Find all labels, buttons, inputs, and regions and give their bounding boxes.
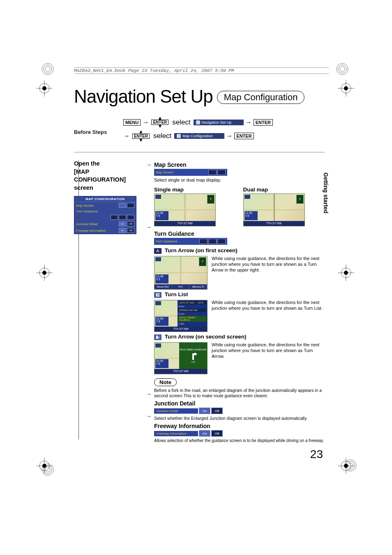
on-button[interactable]: On	[199, 430, 210, 437]
option-icon[interactable]	[208, 239, 217, 244]
left-heading: Open the	[74, 160, 154, 168]
svg-point-11	[42, 271, 46, 275]
svg-rect-39	[158, 296, 159, 297]
menu-key: MENU	[123, 119, 141, 126]
nav-setup-chip: Navigation Set Up	[194, 120, 244, 125]
panel-title: MAP CONFIGURATION	[74, 196, 136, 202]
option-icon[interactable]	[208, 170, 217, 175]
turn-arrow-icon	[154, 248, 161, 254]
section-heading: Map Screen	[154, 161, 325, 168]
registration-mark-ml	[36, 265, 53, 281]
map-config-chip: Map Configuration	[174, 133, 224, 139]
svg-point-34	[346, 461, 355, 470]
dpad-icon: ▲ ENTER ▼	[151, 117, 168, 128]
junction-detail-bar: Junction Detail	[154, 408, 198, 414]
registration-mark-mr	[338, 265, 354, 281]
arrow-right-icon: →	[142, 119, 149, 126]
on-button[interactable]: On	[119, 228, 126, 233]
svg-point-35	[348, 463, 353, 468]
title-subtitle-pill: Map Configuration	[217, 91, 305, 104]
corner-ornament	[40, 462, 55, 477]
registration-mark-tr	[338, 80, 354, 97]
panel-option[interactable]	[119, 215, 126, 220]
option-icon[interactable]	[199, 239, 208, 244]
turn-arrow-second-icon	[154, 334, 161, 340]
svg-point-25	[44, 65, 52, 73]
screen-label-bar: Map Screen	[154, 169, 227, 176]
svg-rect-37	[158, 293, 159, 294]
svg-point-26	[45, 67, 50, 71]
turn-list-icon	[154, 292, 161, 298]
svg-point-28	[338, 65, 346, 73]
arrow-right-icon: →	[123, 132, 130, 140]
corner-ornament	[343, 458, 358, 473]
panel-option[interactable]	[127, 215, 134, 220]
sub-heading: Dual map	[243, 187, 325, 193]
panel-option[interactable]	[111, 215, 118, 220]
off-button[interactable]: Off	[211, 430, 223, 437]
dual-map-screenshot: 11:557.5 ↱ 7TH ST NW	[243, 193, 305, 226]
single-map-screenshot: 11:557.5 ↱ 7TH ST NW	[154, 193, 216, 226]
section-heading: Turn Guidance	[154, 230, 325, 237]
arrow-right-icon: →	[146, 224, 152, 230]
registration-mark-tl	[36, 80, 53, 97]
note-text: Before a fork in the road, an enlarged d…	[154, 388, 325, 398]
svg-point-32	[45, 467, 50, 472]
select-label: select	[172, 118, 190, 127]
corner-ornament	[40, 62, 55, 76]
arrow-right-icon: →	[146, 161, 152, 168]
sub-heading: Turn Arrow (on second screen)	[154, 334, 325, 340]
map-configuration-panel: MAP CONFIGURATION Map Screen Turn Guidan…	[74, 196, 136, 234]
select-label: select	[153, 132, 171, 140]
off-button[interactable]: Off	[211, 408, 223, 414]
panel-option[interactable]	[119, 203, 126, 208]
svg-point-7	[344, 86, 348, 90]
page-title: Navigation Set Up	[74, 86, 213, 107]
sub-heading: Turn List	[154, 291, 325, 297]
panel-option[interactable]	[127, 203, 134, 208]
panel-row-label: Freeway Information	[76, 229, 106, 233]
svg-point-3	[42, 86, 46, 90]
before-steps-label: Before Steps	[74, 129, 107, 135]
left-heading: CONFIGURATION]	[74, 176, 154, 184]
enter-key: ENTER	[254, 119, 273, 126]
on-button[interactable]: On	[119, 221, 126, 226]
left-heading: [MAP	[74, 168, 154, 176]
option-icon[interactable]	[217, 239, 226, 244]
left-heading: screen	[74, 184, 154, 192]
svg-rect-40	[156, 336, 158, 339]
enter-key: ENTER	[234, 133, 254, 139]
description-text: Allows selection of whether the guidance…	[154, 438, 325, 444]
arrow-right-icon: →	[146, 413, 152, 419]
note-label: Note	[154, 378, 177, 386]
svg-rect-38	[158, 295, 159, 295]
section-heading: Freeway Information	[154, 423, 325, 429]
description-text: While using route guidance, the directio…	[212, 300, 325, 311]
sub-heading: Single map	[154, 187, 236, 193]
svg-point-15	[344, 271, 348, 275]
svg-point-31	[44, 465, 52, 474]
arrow-right-icon: →	[226, 132, 233, 140]
panel-row-label: Turn Guidance	[76, 210, 98, 213]
section-tab: Getting started	[323, 173, 329, 214]
dpad-icon: ▲ ENTER ▼	[132, 130, 150, 141]
description-text: Select single or dual map display.	[154, 177, 325, 182]
page-header: MAZDA3_NAV1_EA.book Page 23 Tuesday, Apr…	[74, 67, 329, 74]
svg-rect-36	[156, 293, 157, 297]
off-button[interactable]: Off	[127, 221, 134, 226]
page-number: 23	[310, 448, 323, 461]
corner-ornament	[335, 62, 350, 76]
arrow-right-icon: →	[245, 119, 252, 126]
description-text: Select whether the Enlarged Junction dia…	[154, 416, 325, 421]
option-icon[interactable]	[217, 170, 226, 175]
turn-arrow-second-screenshot: 11:547.5 ROCK CREEK CHURCH RD 1.9 7TH ST…	[154, 342, 208, 374]
turn-list-screenshot: 11:547.5 16TH ST NW → 15TH 0.9mi SPRING …	[154, 300, 208, 332]
sub-heading: Turn Arrow (on first screen)	[154, 247, 325, 253]
on-button[interactable]: On	[199, 408, 210, 414]
freeway-info-bar: Freeway Information	[154, 431, 198, 436]
screen-label-bar: Turn Guidance	[154, 238, 227, 245]
off-button[interactable]: Off	[127, 228, 134, 233]
svg-point-29	[340, 67, 345, 71]
turn-arrow-screenshot: 11:482.2 ↱ Route Pref.POIMemory Pt	[154, 256, 208, 290]
vertical-rule	[78, 160, 79, 440]
